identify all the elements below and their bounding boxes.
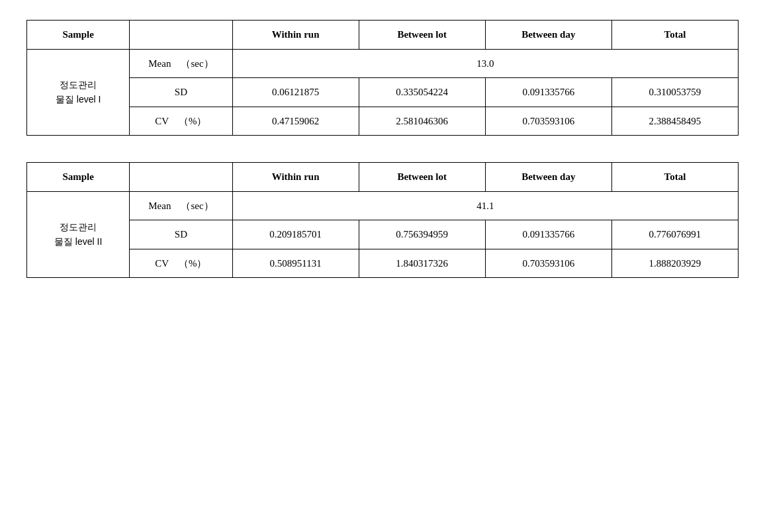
- table1-sample-label: 정도관리 물질 level I: [27, 49, 130, 136]
- table1-cv-between-lot: 2.581046306: [359, 107, 485, 136]
- table2-sd-label: SD: [130, 220, 232, 249]
- table2-cv-between-day: 0.703593106: [485, 249, 611, 278]
- table1-sd-total: 0.310053759: [611, 78, 738, 107]
- table-row: CV （%） 0.508951131 1.840317326 0.7035931…: [27, 249, 739, 278]
- table2-cv-label: CV （%）: [130, 249, 232, 278]
- table2-sd-within-run: 0.209185701: [232, 220, 359, 249]
- table1-sd-between-lot: 0.335054224: [359, 78, 485, 107]
- table1-container: Sample Within run Between lot Between da…: [26, 20, 739, 136]
- table2: Sample Within run Between lot Between da…: [26, 162, 739, 278]
- table2-mean-label: Mean （sec）: [130, 191, 232, 220]
- table-row: 정도관리 물질 level I Mean （sec） 13.0: [27, 49, 739, 78]
- table1-header-total: Total: [611, 21, 738, 50]
- table1-sd-label: SD: [130, 78, 232, 107]
- table2-sample-label: 정도관리 물질 level II: [27, 191, 130, 278]
- table1-cv-between-day: 0.703593106: [485, 107, 611, 136]
- table2-container: Sample Within run Between lot Between da…: [26, 162, 739, 278]
- table2-sd-between-lot: 0.756394959: [359, 220, 485, 249]
- table2-cv-between-lot: 1.840317326: [359, 249, 485, 278]
- table2-header-total: Total: [611, 163, 738, 192]
- table1-sd-within-run: 0.06121875: [232, 78, 359, 107]
- table-row: SD 0.209185701 0.756394959 0.091335766 0…: [27, 220, 739, 249]
- table1: Sample Within run Between lot Between da…: [26, 20, 739, 136]
- table1-mean-label: Mean （sec）: [130, 49, 232, 78]
- table1-cv-total: 2.388458495: [611, 107, 738, 136]
- table2-header-within-run: Within run: [232, 163, 359, 192]
- table1-mean-value: 13.0: [232, 49, 738, 78]
- table2-header-between-day: Between day: [485, 163, 611, 192]
- table-row: 정도관리 물질 level II Mean （sec） 41.1: [27, 191, 739, 220]
- table1-sd-between-day: 0.091335766: [485, 78, 611, 107]
- table1-cv-within-run: 0.47159062: [232, 107, 359, 136]
- table1-header-between-lot: Between lot: [359, 21, 485, 50]
- table1-header-sublabel: [130, 21, 232, 50]
- table2-header-sublabel: [130, 163, 232, 192]
- table2-header-sample: Sample: [27, 163, 130, 192]
- table1-header-within-run: Within run: [232, 21, 359, 50]
- table2-sd-between-day: 0.091335766: [485, 220, 611, 249]
- table2-cv-total: 1.888203929: [611, 249, 738, 278]
- table2-cv-within-run: 0.508951131: [232, 249, 359, 278]
- table-row: CV （%） 0.47159062 2.581046306 0.70359310…: [27, 107, 739, 136]
- table2-sd-total: 0.776076991: [611, 220, 738, 249]
- table2-mean-value: 41.1: [232, 191, 738, 220]
- table1-cv-label: CV （%）: [130, 107, 232, 136]
- table-row: SD 0.06121875 0.335054224 0.091335766 0.…: [27, 78, 739, 107]
- table2-header-between-lot: Between lot: [359, 163, 485, 192]
- table1-header-sample: Sample: [27, 21, 130, 50]
- table1-header-between-day: Between day: [485, 21, 611, 50]
